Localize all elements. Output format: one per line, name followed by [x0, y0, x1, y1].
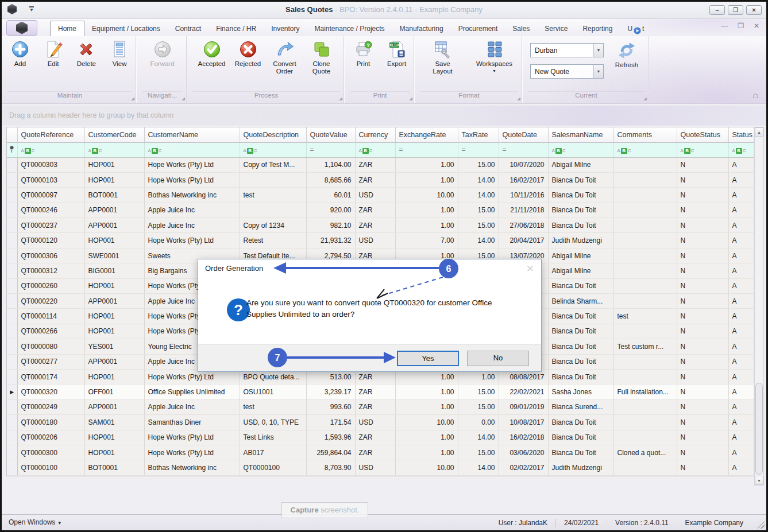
application-menu-button[interactable]: [6, 20, 37, 36]
tab-inventory[interactable]: Inventory: [264, 21, 307, 36]
workspaces-button[interactable]: Workspaces▼: [469, 38, 520, 89]
column-header-comments[interactable]: Comments: [613, 127, 677, 142]
column-header-salesmanname[interactable]: SalesmanName: [548, 127, 613, 142]
cell-quotestatus: N: [677, 203, 728, 218]
filter-cell-status[interactable]: ABC: [728, 142, 754, 157]
vertical-scrollbar[interactable]: ▲ ▼: [754, 127, 764, 486]
no-button[interactable]: No: [467, 351, 529, 366]
tab-equipment-locations[interactable]: Equipment / Locations: [84, 21, 168, 36]
minimize-button[interactable]: –: [709, 5, 725, 15]
resize-grip[interactable]: [757, 521, 765, 529]
table-row[interactable]: QT0000303HOP001Hope Works (Pty) LtdCopy …: [7, 157, 754, 172]
dialog-launcher-icon[interactable]: ◢: [410, 96, 412, 101]
filter-pin-icon[interactable]: [7, 142, 17, 157]
filter-cell-customercode[interactable]: ABC: [84, 142, 144, 157]
ribbon-restore-icon[interactable]: ❐: [738, 22, 744, 30]
tab-procurement[interactable]: Procurement: [451, 21, 505, 36]
save-layout-button[interactable]: Save Layout: [418, 38, 468, 89]
open-windows-dropdown[interactable]: Open Windows ▼: [9, 518, 62, 526]
dialog-launcher-icon[interactable]: ◢: [339, 96, 342, 101]
filter-cell-quotedate[interactable]: =: [499, 142, 548, 157]
yes-button[interactable]: Yes: [397, 351, 459, 366]
dialog-launcher-icon[interactable]: ◢: [518, 96, 520, 101]
table-row[interactable]: ▶QT0000320OFF001Office Supplies Unlimite…: [7, 385, 754, 399]
location-combobox[interactable]: Durban▼: [530, 43, 604, 57]
clone-quote-button[interactable]: Clone Quote: [304, 38, 339, 89]
filter-cell-currency[interactable]: ABC: [355, 142, 395, 157]
tab-u[interactable]: Ut: [620, 21, 651, 36]
dialog-launcher-icon[interactable]: ◢: [644, 96, 647, 101]
column-header-customercode[interactable]: CustomerCode: [84, 127, 144, 142]
chevron-down-icon[interactable]: ▼: [593, 65, 603, 78]
table-row[interactable]: QT0000103HOP001Hope Works (Pty) Ltd8,685…: [7, 172, 754, 187]
column-header-quotestatus[interactable]: QuoteStatus: [677, 127, 728, 142]
add-button[interactable]: Add: [4, 38, 36, 89]
refresh-button[interactable]: Refresh: [608, 41, 645, 68]
convert-order-button[interactable]: Convert Order: [267, 38, 303, 89]
cell-quotestatus: N: [677, 248, 728, 263]
column-header-quotereference[interactable]: QuoteReference: [17, 127, 84, 142]
table-row[interactable]: QT0000249APP0001Apple Juice Inctest993.6…: [7, 399, 754, 414]
edit-button[interactable]: Edit: [37, 38, 70, 89]
delete-button[interactable]: Delete: [71, 38, 103, 89]
row-indicator: ▶: [7, 385, 17, 399]
forward-icon: [153, 40, 172, 59]
table-row[interactable]: QT0000300HOP001Hope Works (Pty) LtdAB017…: [7, 445, 754, 460]
tab-home[interactable]: Home: [50, 21, 84, 36]
maximize-button[interactable]: ❐: [728, 5, 743, 15]
accepted-button[interactable]: Accepted: [194, 38, 230, 89]
print-button[interactable]: ?Print: [348, 38, 380, 89]
tab-service[interactable]: Service: [537, 21, 575, 36]
dialog-launcher-icon[interactable]: ◢: [182, 96, 185, 101]
tab-reporting[interactable]: Reporting: [575, 21, 620, 36]
filter-cell-exchangerate[interactable]: =: [395, 142, 458, 157]
column-header-taxrate[interactable]: TaxRate: [458, 127, 499, 142]
table-row[interactable]: QT0000206HOP001Hope Works (Pty) LtdTest …: [7, 430, 754, 445]
view-button[interactable]: View: [103, 38, 136, 89]
filter-cell-quotevalue[interactable]: =: [306, 142, 355, 157]
table-row[interactable]: QT0000246APP0001Apple Juice Inc920.00ZAR…: [7, 203, 754, 218]
column-header-status[interactable]: Status: [728, 127, 754, 142]
cell-salesmanname: Bianca Du Toit: [548, 339, 613, 354]
filter-cell-quotestatus[interactable]: ABC: [677, 142, 728, 157]
table-row[interactable]: QT0000097BOT0001Bothas Networking inctes…: [7, 188, 754, 203]
filter-cell-customername[interactable]: ABC: [144, 142, 240, 157]
chevron-down-icon[interactable]: ▼: [593, 44, 603, 57]
column-header-quotevalue[interactable]: QuoteValue: [306, 127, 355, 142]
dialog-close-icon[interactable]: ✕: [526, 263, 534, 275]
table-row[interactable]: QT0000120HOP001Hope Works (Pty) LtdRetes…: [7, 233, 754, 248]
tab-maintenance-projects[interactable]: Maintenance / Projects: [307, 21, 392, 36]
column-header-currency[interactable]: Currency: [355, 127, 395, 142]
table-row[interactable]: QT0000180SAM001Samanthas DinerUSD, 0, 10…: [7, 415, 754, 430]
scroll-up-icon[interactable]: ▲: [755, 127, 763, 137]
tab-manufacturing[interactable]: Manufacturing: [392, 21, 451, 36]
filter-cell-comments[interactable]: ABC: [613, 142, 677, 157]
scroll-down-icon[interactable]: ▼: [755, 476, 763, 485]
ribbon-close-icon[interactable]: ✕: [754, 22, 759, 30]
filter-cell-salesmanname[interactable]: ABC: [548, 142, 613, 157]
tab-contract[interactable]: Contract: [168, 21, 209, 36]
column-header-quotedate[interactable]: QuoteDate: [499, 127, 548, 142]
column-header-quotedescription[interactable]: QuoteDescription: [240, 127, 306, 142]
filter-cell-taxrate[interactable]: =: [458, 142, 499, 157]
close-button[interactable]: ✕: [746, 5, 762, 15]
ribbon-minimize-icon[interactable]: —: [721, 22, 728, 30]
table-row[interactable]: QT0000237APP0001Apple Juice IncCopy of 1…: [7, 218, 754, 233]
ribbon-collapse-icon[interactable]: ☖: [752, 92, 758, 100]
column-header-customername[interactable]: CustomerName: [144, 127, 240, 142]
scrollbar-thumb[interactable]: [755, 383, 763, 475]
cell-salesmanname: Bianca Du Toit: [548, 445, 613, 460]
filter-cell-quotedescription[interactable]: ABC: [240, 142, 306, 157]
cell-exchangerate: 1.00: [395, 399, 458, 414]
dialog-launcher-icon[interactable]: ◢: [132, 96, 134, 101]
export-button[interactable]: XLSXExport: [381, 38, 413, 89]
group-by-bar[interactable]: Drag a column header here to group by th…: [2, 106, 766, 126]
action-combobox[interactable]: New Quote▼: [530, 64, 604, 79]
column-header-exchangerate[interactable]: ExchangeRate: [395, 127, 458, 142]
tab-finance-hr[interactable]: Finance / HR: [209, 21, 264, 36]
rejected-button[interactable]: Rejected: [231, 38, 265, 89]
cell-quotestatus: N: [677, 354, 728, 369]
table-row[interactable]: QT0000100BOT0001Bothas Networking incQT0…: [7, 460, 754, 475]
tab-sales[interactable]: Sales: [505, 21, 537, 36]
filter-cell-quotereference[interactable]: ABC: [17, 142, 84, 157]
